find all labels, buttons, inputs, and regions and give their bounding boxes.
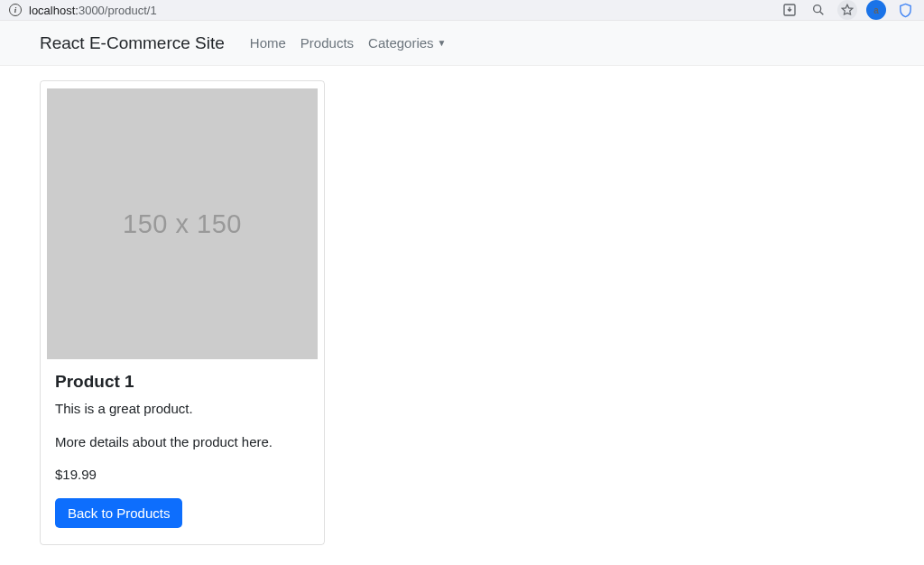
- product-details: More details about the product here.: [55, 432, 310, 453]
- url-path: 3000/product/1: [79, 4, 157, 17]
- install-app-icon[interactable]: [780, 0, 799, 20]
- placeholder-dimensions: 150 x 150: [123, 209, 242, 239]
- brand-title[interactable]: React E-Commerce Site: [40, 33, 225, 53]
- page-footer: © 2024 E-commerce Site:ecommerce-site.co…: [0, 560, 924, 566]
- browser-address-bar: i localhost:3000/product/1 a: [0, 0, 924, 21]
- main-navbar: React E-Commerce Site Home Products Cate…: [0, 21, 924, 66]
- product-title: Product 1: [55, 372, 310, 392]
- product-card: 150 x 150 Product 1 This is a great prod…: [40, 80, 325, 545]
- back-to-products-button[interactable]: Back to Products: [55, 498, 182, 528]
- extension-icon-a[interactable]: a: [866, 0, 886, 20]
- zoom-icon[interactable]: [808, 0, 828, 20]
- nav-link-categories-label: Categories: [368, 35, 434, 51]
- svg-point-1: [814, 5, 821, 13]
- nav-link-products[interactable]: Products: [293, 32, 361, 54]
- chevron-down-icon: ▼: [438, 38, 447, 48]
- product-description: This is a great product.: [55, 399, 310, 420]
- info-icon[interactable]: i: [9, 4, 22, 16]
- extension-shield-icon[interactable]: [895, 0, 915, 20]
- nav-link-home[interactable]: Home: [243, 32, 293, 54]
- product-image-placeholder: 150 x 150: [47, 88, 318, 359]
- url-host: localhost:: [29, 4, 79, 17]
- bookmark-star-icon[interactable]: [837, 0, 857, 20]
- nav-link-categories[interactable]: Categories ▼: [361, 32, 453, 54]
- product-price: $19.99: [55, 465, 310, 486]
- url-display[interactable]: localhost:3000/product/1: [29, 4, 157, 17]
